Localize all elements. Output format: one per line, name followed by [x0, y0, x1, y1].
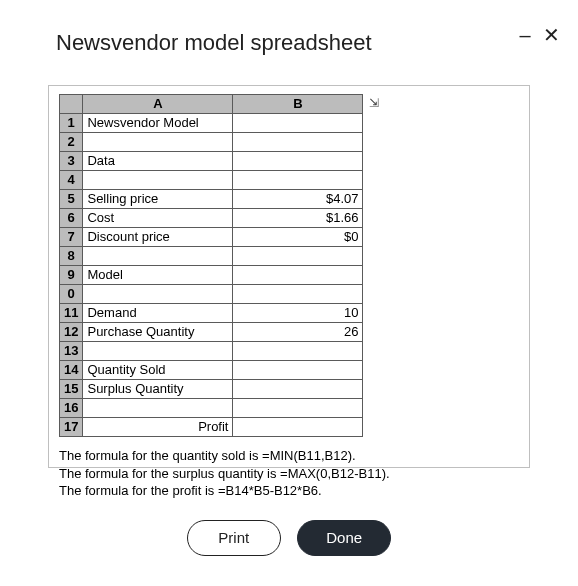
table-row: 6Cost$1.66 [60, 209, 363, 228]
note-line: The formula for the quantity sold is =MI… [59, 447, 519, 465]
cell-b: $0 [233, 228, 363, 247]
cell-b: $1.66 [233, 209, 363, 228]
formula-notes: The formula for the quantity sold is =MI… [59, 447, 519, 500]
cell-b [233, 171, 363, 190]
note-line: The formula for the surplus quantity is … [59, 465, 519, 483]
cell-a [83, 399, 233, 418]
cell-b: 26 [233, 323, 363, 342]
cell-a: Data [83, 152, 233, 171]
close-icon[interactable]: ✕ [543, 28, 560, 42]
table-row: 5Selling price$4.07 [60, 190, 363, 209]
cell-a: Demand [83, 304, 233, 323]
row-header: 2 [60, 133, 83, 152]
cell-b: 10 [233, 304, 363, 323]
cell-a [83, 247, 233, 266]
row-header: 15 [60, 380, 83, 399]
spreadsheet-table: A B 1Newsvendor Model23Data45Selling pri… [59, 94, 363, 437]
row-header: 9 [60, 266, 83, 285]
cell-a: Model [83, 266, 233, 285]
table-row: 1Newsvendor Model [60, 114, 363, 133]
table-row: 4 [60, 171, 363, 190]
table-row: 3Data [60, 152, 363, 171]
col-header-a: A [83, 95, 233, 114]
row-header: 5 [60, 190, 83, 209]
cell-b [233, 399, 363, 418]
content-panel: A B 1Newsvendor Model23Data45Selling pri… [48, 85, 530, 468]
note-line: The formula for the profit is =B14*B5-B1… [59, 482, 519, 500]
row-header: 6 [60, 209, 83, 228]
table-row: 15Surplus Quantity [60, 380, 363, 399]
cell-b [233, 380, 363, 399]
cell-b: $4.07 [233, 190, 363, 209]
table-row: 17Profit [60, 418, 363, 437]
row-header: 0 [60, 285, 83, 304]
row-header: 8 [60, 247, 83, 266]
cell-a [83, 171, 233, 190]
cell-a: Selling price [83, 190, 233, 209]
row-header: 4 [60, 171, 83, 190]
table-row: 2 [60, 133, 363, 152]
table-row: 14Quantity Sold [60, 361, 363, 380]
cell-b [233, 418, 363, 437]
cell-b [233, 247, 363, 266]
expand-icon[interactable]: ⇲ [369, 96, 379, 110]
cell-a: Purchase Quantity [83, 323, 233, 342]
cell-a: Discount price [83, 228, 233, 247]
cell-a [83, 285, 233, 304]
table-row: 13 [60, 342, 363, 361]
table-row: 12Purchase Quantity26 [60, 323, 363, 342]
row-header: 12 [60, 323, 83, 342]
cell-a: Surplus Quantity [83, 380, 233, 399]
row-header: 13 [60, 342, 83, 361]
row-header: 14 [60, 361, 83, 380]
row-header: 11 [60, 304, 83, 323]
row-header: 17 [60, 418, 83, 437]
page-title: Newsvendor model spreadsheet [56, 30, 372, 56]
row-header: 3 [60, 152, 83, 171]
window-controls: – ✕ [511, 28, 560, 46]
cell-b [233, 342, 363, 361]
row-header: 16 [60, 399, 83, 418]
row-header: 1 [60, 114, 83, 133]
cell-b [233, 152, 363, 171]
cell-b [233, 266, 363, 285]
done-button[interactable]: Done [297, 520, 391, 556]
table-row: 0 [60, 285, 363, 304]
cell-b [233, 285, 363, 304]
cell-b [233, 114, 363, 133]
cell-a: Newsvendor Model [83, 114, 233, 133]
table-row: 11Demand10 [60, 304, 363, 323]
table-row: 9Model [60, 266, 363, 285]
corner-cell [60, 95, 83, 114]
row-header: 7 [60, 228, 83, 247]
cell-a [83, 133, 233, 152]
print-button[interactable]: Print [187, 520, 281, 556]
cell-b [233, 133, 363, 152]
cell-a: Quantity Sold [83, 361, 233, 380]
cell-a: Cost [83, 209, 233, 228]
col-header-b: B [233, 95, 363, 114]
table-row: 8 [60, 247, 363, 266]
cell-a: Profit [83, 418, 233, 437]
table-row: 7Discount price$0 [60, 228, 363, 247]
cell-a [83, 342, 233, 361]
button-bar: Print Done [0, 520, 578, 556]
table-row: 16 [60, 399, 363, 418]
minimize-icon[interactable]: – [519, 28, 530, 42]
cell-b [233, 361, 363, 380]
